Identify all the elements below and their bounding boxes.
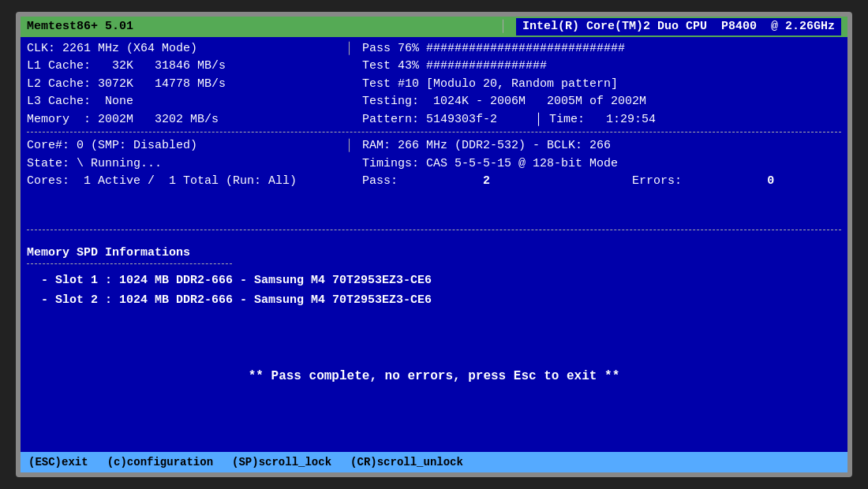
spd-section: Memory SPD Informations - Slot 1 : 1024 … <box>27 238 841 312</box>
cores-row: Cores: 1 Active / 1 Total (Run: All) <box>27 173 342 191</box>
pattern-row: Pattern: 5149303f-2 │ Time: 1:29:54 <box>362 111 841 129</box>
main-content: CLK: 2261 MHz (X64 Mode) L1 Cache: 32K 3… <box>21 37 847 452</box>
slot2-row: - Slot 2 : 1024 MB DDR2-666 - Samsung M4… <box>27 292 841 309</box>
config-label[interactable]: (c)configuration <box>107 454 213 470</box>
pass-row: Pass 76% ############################ <box>362 40 841 58</box>
screen: Memtest86+ 5.01 │ Intel(R) Core(TM)2 Duo… <box>21 17 847 472</box>
system-info: CLK: 2261 MHz (X64 Mode) L1 Cache: 32K 3… <box>27 40 342 129</box>
pass-errors-row: Pass: 2 Errors: 0 <box>362 173 841 226</box>
l1-row: L1 Cache: 32K 31846 MB/s <box>27 58 342 76</box>
app-title: Memtest86+ <box>27 18 98 35</box>
title-bar: Memtest86+ 5.01 │ Intel(R) Core(TM)2 Duo… <box>21 17 847 37</box>
core-info: Core#: 0 (SMP: Disabled) State: \ Runnin… <box>27 137 342 226</box>
testing-row: Testing: 1024K - 2006M 2005M of 2002M <box>362 93 841 111</box>
test-num-row: Test #10 [Modulo 20, Random pattern] <box>362 76 841 94</box>
pass-complete-msg: ** Pass complete, no errors, press Esc t… <box>27 360 841 390</box>
ram-row: RAM: 266 MHz (DDR2-532) - BCLK: 266 <box>362 137 841 155</box>
vsep1: │ <box>342 40 356 129</box>
memory-row: Memory : 2002M 3202 MB/s <box>27 111 342 129</box>
divider-1 <box>27 132 841 133</box>
state-row: State: \ Running... <box>27 155 342 174</box>
clk-row: CLK: 2261 MHz (X64 Mode) <box>27 40 342 58</box>
spd-underline <box>27 263 232 264</box>
divider-2 <box>27 230 841 230</box>
l3-row: L3 Cache: None <box>27 93 342 111</box>
cpu-info: Intel(R) Core(TM)2 Duo CPU P8400 @ 2.26G… <box>516 18 841 35</box>
scroll-unlock-label[interactable]: (CR)scroll_unlock <box>350 454 463 470</box>
ram-info: RAM: 266 MHz (DDR2-532) - BCLK: 266 Timi… <box>356 137 841 226</box>
spd-title: Memory SPD Informations <box>27 244 841 262</box>
test-info: Pass 76% ############################ Te… <box>356 40 841 129</box>
monitor: Memtest86+ 5.01 │ Intel(R) Core(TM)2 Duo… <box>16 12 852 477</box>
timings-row: Timings: CAS 5-5-5-15 @ 128-bit Mode <box>362 155 841 174</box>
mid-section: Core#: 0 (SMP: Disabled) State: \ Runnin… <box>27 137 841 226</box>
l2-row: L2 Cache: 3072K 14778 MB/s <box>27 76 342 94</box>
slot1-row: - Slot 1 : 1024 MB DDR2-666 - Samsung M4… <box>27 272 841 289</box>
vsep2: │ <box>342 137 356 226</box>
core-row: Core#: 0 (SMP: Disabled) <box>27 137 342 155</box>
bottom-bar: (ESC)exit (c)configuration (SP)scroll_lo… <box>21 452 847 472</box>
test-pct-row: Test 43% ################# <box>362 58 841 76</box>
app-version: 5.01 <box>98 18 133 35</box>
esc-label[interactable]: (ESC)exit <box>28 454 88 470</box>
scroll-lock-label[interactable]: (SP)scroll_lock <box>232 454 331 470</box>
top-section: CLK: 2261 MHz (X64 Mode) L1 Cache: 32K 3… <box>27 40 841 129</box>
